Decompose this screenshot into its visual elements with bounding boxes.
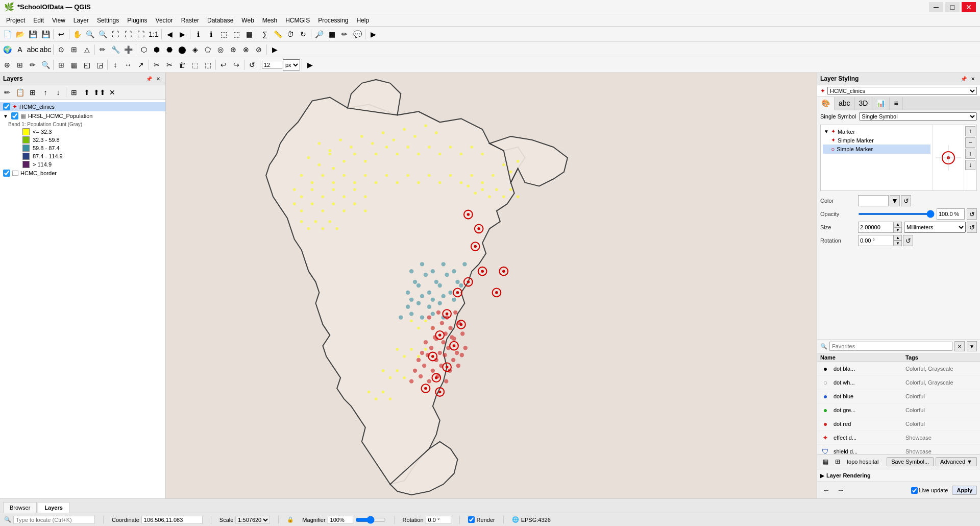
tb2-edit2[interactable]: 🔧: [109, 43, 121, 56]
tb2-snap3[interactable]: △: [81, 43, 93, 56]
tb2-globe[interactable]: 🌍: [1, 43, 13, 56]
styling-tab-render[interactable]: 🎨: [817, 97, 835, 110]
status-lock-icon[interactable]: 🔒: [287, 516, 294, 523]
rotation-decrement-btn[interactable]: ▼: [894, 241, 902, 246]
tb2-geom7[interactable]: ◎: [214, 43, 227, 56]
tb3-6[interactable]: ▦: [68, 59, 80, 71]
locate-input[interactable]: [13, 516, 95, 524]
status-epsg[interactable]: 🌐 EPSG:4326: [512, 516, 551, 523]
tb-new[interactable]: 📄: [1, 28, 13, 40]
tb-stats[interactable]: ∑: [259, 28, 271, 40]
tab-layers[interactable]: Layers: [38, 502, 69, 513]
symbol-type-select[interactable]: Single Symbol Categorized Graduated: [859, 112, 977, 121]
size-reset-btn[interactable]: ↺: [967, 222, 977, 233]
symbol-tree-simple1[interactable]: ✦ Simple Marker: [823, 136, 930, 145]
menu-settings[interactable]: Settings: [93, 16, 123, 25]
menu-raster[interactable]: Raster: [177, 16, 203, 25]
tb2-snap2[interactable]: ⊞: [68, 43, 80, 56]
tb-grid[interactable]: ▦: [326, 28, 338, 40]
layer-item-clinics[interactable]: ✦ HCMC_clinics: [0, 102, 165, 111]
tb3-13[interactable]: ✂: [163, 59, 176, 71]
menu-project[interactable]: Project: [2, 16, 29, 25]
magnifier-slider[interactable]: [355, 516, 386, 524]
styling-panel-pin[interactable]: 📌: [960, 75, 968, 83]
tb2-geom3[interactable]: ⬣: [163, 43, 176, 56]
styling-layer-dropdown[interactable]: HCMC_clinics: [827, 87, 977, 95]
menu-vector[interactable]: Vector: [152, 16, 177, 25]
add-symbol-layer-btn[interactable]: +: [965, 126, 975, 136]
opacity-value-input[interactable]: [937, 208, 965, 220]
tb3-5[interactable]: ⊞: [55, 59, 67, 71]
symbol-icon-view-btn[interactable]: ⊞: [832, 457, 843, 467]
style-redo-btn[interactable]: →: [835, 484, 847, 496]
tb3-9[interactable]: ↕: [109, 59, 121, 71]
font-size-input[interactable]: [262, 61, 282, 69]
tb3-16[interactable]: ⬚: [202, 59, 214, 71]
tb3-1[interactable]: ⊕: [1, 59, 13, 71]
symbol-search-clear[interactable]: ✕: [954, 341, 965, 351]
layer-check-border[interactable]: [3, 170, 10, 177]
font-unit-select[interactable]: px: [283, 59, 300, 70]
tb3-10[interactable]: ↔: [122, 59, 134, 71]
tb-pan[interactable]: ✋: [71, 28, 83, 40]
tb2-edit3[interactable]: ➕: [122, 43, 134, 56]
symbol-item-dot-green[interactable]: ● dot gre... Colorful: [817, 403, 980, 417]
opacity-slider[interactable]: [858, 213, 935, 215]
layer-check-hrsl[interactable]: [11, 112, 18, 119]
menu-database[interactable]: Database: [203, 16, 237, 25]
tb3-rotate[interactable]: ↺: [246, 59, 258, 71]
minimize-button[interactable]: ─: [929, 2, 943, 12]
tb2-geom8[interactable]: ⊕: [227, 43, 239, 56]
menu-edit[interactable]: Edit: [29, 16, 48, 25]
tb-zoom-select[interactable]: ⛶: [135, 28, 147, 40]
symbol-item-shield[interactable]: 🛡 shield d... Showcase: [817, 445, 980, 454]
tb3-15[interactable]: ⬚: [189, 59, 201, 71]
tb-save[interactable]: 💾: [27, 28, 39, 40]
tb-timer[interactable]: ⏱: [284, 28, 297, 40]
size-value-input[interactable]: [858, 222, 894, 233]
tb3-12[interactable]: ✂: [151, 59, 163, 71]
lt-filter[interactable]: ⊞: [27, 86, 39, 99]
live-update-checkbox[interactable]: [911, 487, 918, 494]
tb-measure[interactable]: 📏: [272, 28, 284, 40]
symbol-list-view-btn[interactable]: ▦: [820, 457, 830, 467]
symbol-tree-marker-root[interactable]: ▼ ✦ Marker: [823, 127, 930, 136]
lt-remove[interactable]: ✕: [106, 86, 118, 99]
layer-item-hrsl[interactable]: ▼ ▦ HRSL_HCMC_Population: [0, 111, 165, 121]
tb-annotate[interactable]: ✏: [338, 28, 351, 40]
tb-deselect[interactable]: ⬚: [230, 28, 242, 40]
tb-prev-extent[interactable]: ◀: [163, 28, 176, 40]
symbol-item-dot-white[interactable]: ○ dot wh... Colorful, Grayscale: [817, 376, 980, 390]
tb2-abc[interactable]: abc: [27, 43, 39, 56]
tb2-geom2[interactable]: ⬢: [151, 43, 163, 56]
scale-select[interactable]: 1:507620: [235, 516, 270, 524]
opacity-reset-btn[interactable]: ↺: [967, 208, 977, 220]
tb-info[interactable]: ℹ: [205, 28, 217, 40]
tb3-11[interactable]: ↗: [135, 59, 147, 71]
tb2-abc2[interactable]: abc: [39, 43, 52, 56]
style-undo-btn[interactable]: ←: [820, 484, 832, 496]
magnifier-input[interactable]: [328, 516, 353, 524]
styling-panel-close[interactable]: ✕: [969, 75, 977, 83]
tb-zoom-magnifier[interactable]: 🔎: [313, 28, 325, 40]
tb-refresh[interactable]: ↻: [297, 28, 309, 40]
size-increment-btn[interactable]: ▲: [894, 222, 902, 227]
move-symbol-down-btn[interactable]: ↓: [965, 160, 975, 170]
symbol-item-dot-blue[interactable]: ● dot blue Colorful: [817, 390, 980, 403]
tb-zoom-in[interactable]: 🔍: [84, 28, 96, 40]
map-area[interactable]: [166, 73, 817, 498]
tb3-2[interactable]: ⊞: [14, 59, 26, 71]
symbol-item-effect[interactable]: ✦ effect d... Showcase: [817, 431, 980, 445]
menu-web[interactable]: Web: [237, 16, 258, 25]
layers-panel-pin[interactable]: 📌: [145, 75, 153, 83]
lt-toggle-editing[interactable]: ✏: [1, 86, 13, 99]
symbol-search-menu[interactable]: ▼: [967, 341, 977, 351]
symbol-search-input[interactable]: [829, 342, 952, 351]
color-swatch[interactable]: [858, 195, 889, 206]
tb2-label[interactable]: A: [14, 43, 26, 56]
tb3-more[interactable]: ▶: [304, 59, 316, 71]
rotation-status-input[interactable]: [426, 516, 451, 524]
save-symbol-btn[interactable]: Save Symbol...: [887, 457, 934, 466]
menu-layer[interactable]: Layer: [69, 16, 93, 25]
tb2-geom4[interactable]: ⬤: [176, 43, 188, 56]
